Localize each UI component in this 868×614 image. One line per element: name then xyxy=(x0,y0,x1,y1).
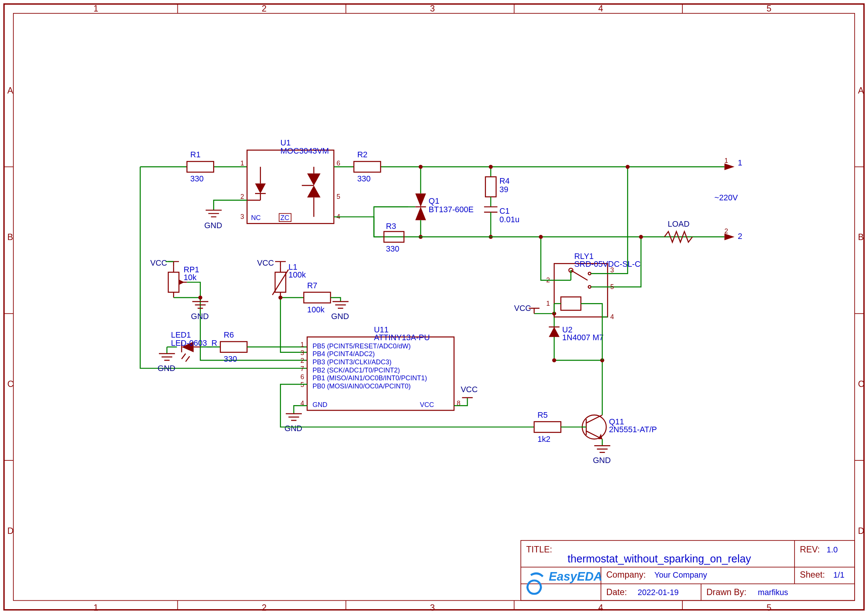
svg-rect-77 xyxy=(168,272,179,292)
svg-point-147 xyxy=(625,165,630,169)
svg-text:330: 330 xyxy=(224,354,237,364)
svg-text:R4: R4 xyxy=(499,176,510,186)
svg-text:1: 1 xyxy=(724,157,728,164)
svg-text:ZC: ZC xyxy=(280,214,289,222)
svg-text:2: 2 xyxy=(262,4,266,13)
svg-text:6: 6 xyxy=(336,160,340,167)
svg-text:100k: 100k xyxy=(307,305,325,314)
svg-text:GND: GND xyxy=(285,424,302,433)
schematic-wires: U1 MOC3043VM 1 2 3 NC 6 5 4 ZC GND xyxy=(140,138,742,465)
schematic-sheet: 1 2 3 4 5 1 2 3 4 5 A B C D A B C D xyxy=(0,0,868,614)
svg-marker-44 xyxy=(307,174,320,186)
svg-text:3: 3 xyxy=(300,349,304,357)
led1: LED1 LED-0603_R xyxy=(167,330,218,362)
svg-text:D: D xyxy=(8,526,14,536)
svg-text:330: 330 xyxy=(190,174,204,183)
svg-text:5: 5 xyxy=(610,283,614,290)
svg-marker-47 xyxy=(724,164,734,170)
svg-text:100k: 100k xyxy=(288,270,306,279)
svg-text:REV:: REV: xyxy=(800,545,820,554)
inner-border xyxy=(13,13,855,601)
svg-text:PB1 (MISO/AIN1/OC0B/INT0/PCINT: PB1 (MISO/AIN1/OC0B/INT0/PCINT1) xyxy=(313,374,427,382)
svg-text:PB5 (PCINT5/RESET/ADC0/dW): PB5 (PCINT5/RESET/ADC0/dW) xyxy=(313,343,411,350)
svg-text:1: 1 xyxy=(546,300,550,307)
svg-text:B: B xyxy=(8,232,13,242)
svg-text:2022-01-19: 2022-01-19 xyxy=(638,588,679,597)
svg-rect-71 xyxy=(354,161,381,172)
svg-text:C: C xyxy=(858,379,864,389)
svg-point-142 xyxy=(588,286,591,288)
svg-text:GND: GND xyxy=(331,312,349,321)
frame-ticks xyxy=(4,4,864,610)
rp1: RP1 10k xyxy=(168,265,199,298)
svg-text:SRD-05VDC-SL-C: SRD-05VDC-SL-C xyxy=(574,259,641,268)
svg-text:VCC: VCC xyxy=(461,385,478,394)
svg-text:GND: GND xyxy=(593,456,611,465)
svg-text:2: 2 xyxy=(262,603,266,612)
svg-text:4: 4 xyxy=(598,4,603,13)
svg-text:VCC: VCC xyxy=(150,258,168,267)
svg-rect-56 xyxy=(485,177,496,197)
svg-point-83 xyxy=(198,296,202,300)
svg-point-54 xyxy=(419,165,423,169)
svg-text:5: 5 xyxy=(767,4,772,13)
svg-point-146 xyxy=(539,235,543,239)
svg-text:1N4007 M7: 1N4007 M7 xyxy=(562,333,604,342)
svg-text:Date:: Date: xyxy=(606,587,627,597)
svg-text:PB2 (SCK/ADC1/T0/PCINT2): PB2 (SCK/ADC1/T0/PCINT2) xyxy=(313,366,400,374)
svg-text:2: 2 xyxy=(738,231,742,241)
frame-rows: A B C D A B C D xyxy=(8,86,864,536)
svg-text:D: D xyxy=(858,526,864,536)
svg-text:3: 3 xyxy=(240,213,244,220)
svg-text:2: 2 xyxy=(300,357,304,364)
svg-text:5: 5 xyxy=(767,603,772,612)
svg-text:C: C xyxy=(8,379,14,389)
svg-text:2: 2 xyxy=(724,228,728,235)
svg-point-131 xyxy=(552,358,556,363)
svg-text:39: 39 xyxy=(499,185,508,194)
svg-marker-128 xyxy=(549,327,560,337)
svg-text:Sheet:: Sheet: xyxy=(800,570,825,580)
svg-text:marfikus: marfikus xyxy=(758,588,788,597)
svg-text:ATTINY13A-PU: ATTINY13A-PU xyxy=(374,333,430,342)
svg-text:thermostat_without_sparking_on: thermostat_without_sparking_on_relay xyxy=(568,553,751,564)
svg-text:~220V: ~220V xyxy=(714,193,738,202)
svg-text:Drawn By:: Drawn By: xyxy=(706,587,747,597)
svg-text:PB0 (MOSI/AIN0/OC0A/PCINT0): PB0 (MOSI/AIN0/OC0A/PCINT0) xyxy=(313,383,411,390)
svg-text:1.0: 1.0 xyxy=(826,545,838,554)
svg-text:1: 1 xyxy=(300,341,304,348)
svg-marker-43 xyxy=(255,184,266,194)
svg-rect-88 xyxy=(304,292,330,303)
u2-diode: U2 1N4007 M7 xyxy=(549,313,604,360)
svg-text:MOC3043VM: MOC3043VM xyxy=(280,146,329,155)
svg-marker-50 xyxy=(415,194,426,207)
svg-text:3: 3 xyxy=(430,603,435,612)
svg-text:1/1: 1/1 xyxy=(833,570,844,580)
svg-text:2: 2 xyxy=(240,193,244,200)
svg-text:6: 6 xyxy=(300,373,304,381)
gnd-symbol xyxy=(206,210,222,217)
q1-triac: Q1 BT137-600E xyxy=(409,167,474,237)
svg-text:VCC: VCC xyxy=(257,258,274,267)
svg-text:LED-0603_R: LED-0603_R xyxy=(171,338,217,347)
frame-columns: 1 2 3 4 5 1 2 3 4 5 xyxy=(93,4,772,612)
svg-text:4: 4 xyxy=(598,603,603,612)
svg-text:1: 1 xyxy=(93,603,98,612)
easyeda-logo-text: EasyEDA xyxy=(549,570,602,583)
svg-text:Company:: Company: xyxy=(606,570,646,580)
svg-marker-51 xyxy=(415,207,426,220)
svg-text:5: 5 xyxy=(336,193,340,200)
svg-rect-74 xyxy=(187,161,214,172)
l1-thermistor: L1 100k xyxy=(272,262,306,298)
svg-text:GND: GND xyxy=(313,401,327,408)
svg-text:TITLE:: TITLE: xyxy=(526,545,552,554)
svg-text:Your Company: Your Company xyxy=(654,570,707,580)
svg-text:3: 3 xyxy=(430,4,435,13)
svg-text:R2: R2 xyxy=(357,150,367,159)
svg-text:7: 7 xyxy=(300,365,304,372)
q11-npn: Q11 2N5551-AT/P xyxy=(582,415,657,439)
svg-text:C1: C1 xyxy=(499,206,510,216)
svg-text:GND: GND xyxy=(191,312,208,321)
svg-text:BT137-600E: BT137-600E xyxy=(429,205,474,214)
svg-text:R5: R5 xyxy=(538,410,548,420)
